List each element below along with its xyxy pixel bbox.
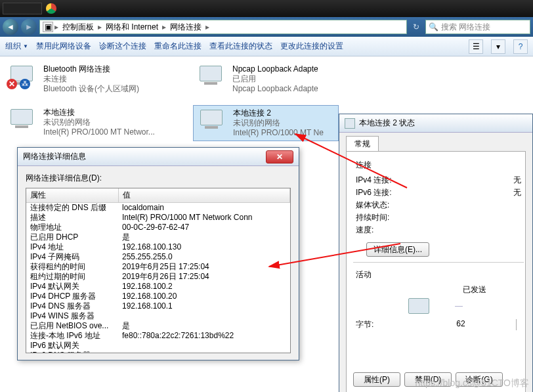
connection-local-2[interactable]: 本地连接 2 未识别的网络 Intel(R) PRO/1000 MT Ne (193, 105, 339, 141)
status-row: 媒体状态: (356, 200, 521, 211)
connections-view: ✕⁂ Bluetooth 网络连接 未连接 Bluetooth 设备(个人区域网… (0, 56, 533, 392)
section-activity: 活动 (356, 269, 521, 280)
dialog-title: 本地连接 2 状态 (359, 118, 415, 129)
status-key: IPv4 连接: (356, 175, 428, 186)
adapter-icon (345, 118, 355, 129)
value-cell: 00-0C-29-67-62-47 (118, 223, 290, 232)
organize-menu[interactable]: 组织▼ (5, 41, 28, 52)
help-icon[interactable]: ? (513, 39, 528, 54)
adapter-icon (196, 64, 227, 91)
prop-cell: IPv4 子网掩码 (26, 252, 118, 262)
rename-connection[interactable]: 重命名此连接 (154, 41, 202, 52)
value-cell: 192.168.100.20 (118, 292, 290, 301)
view-status[interactable]: 查看此连接的状态 (209, 41, 272, 52)
table-row[interactable]: 获得租约的时间2019年6月25日 17:25:04 (26, 262, 290, 272)
monitor-sent-icon (408, 298, 429, 314)
value-cell: 是 (118, 232, 290, 242)
table-row[interactable]: IPv4 DNS 服务器192.168.100.1 (26, 301, 290, 311)
col-property[interactable]: 属性 (26, 188, 118, 203)
prop-cell: IPv6 默认网关 (26, 341, 118, 351)
value-cell: 192.168.100.1 (118, 301, 290, 311)
table-row[interactable]: IPv4 DHCP 服务器192.168.100.20 (26, 292, 290, 301)
value-cell: 是 (118, 321, 290, 331)
connection-local-1[interactable]: 本地连接 未识别的网络 Intel(R) PRO/1000 MT Networ.… (4, 105, 175, 140)
view-mode-icon[interactable]: ☰ (469, 39, 483, 54)
table-row[interactable]: IPv6 DNS 服务器 (26, 351, 290, 353)
bc-control-panel[interactable]: 控制面板 (60, 22, 96, 33)
table-row[interactable]: 描述Intel(R) PRO/1000 MT Network Conn (26, 213, 290, 223)
back-button[interactable]: ◄ (3, 19, 18, 35)
close-button[interactable]: ✕ (266, 150, 293, 163)
bc-network-connections[interactable]: 网络连接 (167, 22, 204, 33)
chrome-icon (46, 3, 56, 14)
table-row[interactable]: 租约过期的时间2019年6月26日 17:25:04 (26, 272, 290, 282)
status-value (428, 200, 521, 211)
dialog-title-bar[interactable]: 本地连接 2 状态 (339, 114, 532, 133)
breadcrumb[interactable]: ▣ ▸ 控制面板 ▸ 网络和 Internet ▸ 网络连接 ▸ (39, 20, 407, 34)
table-row[interactable]: IPv4 子网掩码255.255.255.0 (26, 252, 290, 262)
value-cell: 192.168.100.130 (118, 242, 290, 252)
table-row[interactable]: IPv4 默认网关192.168.100.2 (26, 282, 290, 292)
prop-cell: 租约过期的时间 (26, 272, 118, 282)
chevron-right-icon: ▸ (205, 22, 209, 32)
value-cell: fe80::780a:22c2:7261:13bd%22 (118, 331, 290, 341)
conn-device: Intel(R) PRO/1000 MT Ne (233, 128, 335, 138)
search-input[interactable]: 🔍 搜索 网络连接 (425, 20, 530, 34)
details-grid[interactable]: 属性 值 连接特定的 DNS 后缀localdomain描述Intel(R) P… (26, 188, 291, 353)
view-dropdown-icon[interactable]: ▾ (491, 39, 505, 54)
status-key: IPv6 连接: (356, 187, 428, 198)
prop-cell: IPv4 DNS 服务器 (26, 301, 118, 311)
status-value (428, 212, 521, 223)
section-connection: 连接 (356, 160, 521, 171)
dialog-title: 网络连接详细信息 (23, 151, 266, 162)
connection-npcap[interactable]: Npcap Loopback Adapte 已启用 Npcap Loopback… (193, 62, 364, 97)
prop-cell: IPv4 默认网关 (26, 282, 118, 292)
status-key: 媒体状态: (356, 200, 428, 211)
table-row[interactable]: 物理地址00-0C-29-67-62-47 (26, 223, 290, 232)
conn-device: Npcap Loopback Adapte (232, 84, 361, 94)
connection-bluetooth[interactable]: ✕⁂ Bluetooth 网络连接 未连接 Bluetooth 设备(个人区域网… (4, 62, 175, 97)
bluetooth-icon: ⁂ (20, 79, 30, 89)
dialog-title-bar[interactable]: 网络连接详细信息 ✕ (18, 148, 299, 166)
value-cell (118, 341, 290, 351)
value-cell: 255.255.255.0 (118, 252, 290, 262)
prop-cell: 连接-本地 IPv6 地址 (26, 331, 118, 341)
table-row[interactable]: IPv6 默认网关 (26, 341, 290, 351)
prop-cell: 已启用 DHCP (26, 232, 118, 242)
value-cell (118, 311, 290, 321)
refresh-icon[interactable]: ↻ (410, 22, 423, 32)
conn-name: 本地连接 (43, 108, 172, 118)
status-value: 无 (428, 187, 521, 198)
details-button[interactable]: 详细信息(E)... (366, 242, 429, 257)
value-cell (118, 351, 290, 353)
change-settings[interactable]: 更改此连接的设置 (280, 41, 343, 52)
diagnose-connection[interactable]: 诊断这个连接 (99, 41, 146, 52)
conn-name: 本地连接 2 (233, 108, 335, 118)
conn-device: Intel(R) PRO/1000 MT Networ... (43, 127, 172, 137)
disable-device[interactable]: 禁用此网络设备 (36, 41, 91, 52)
prop-cell: 已启用 NetBIOS ove... (26, 321, 118, 331)
chevron-right-icon: ▸ (54, 22, 58, 32)
table-row[interactable]: IPv4 地址192.168.100.130 (26, 242, 290, 252)
forward-button[interactable]: ► (21, 19, 37, 35)
bc-network-internet[interactable]: 网络和 Internet (103, 22, 161, 33)
prop-cell: IPv6 DNS 服务器 (26, 351, 118, 353)
adapter-icon (7, 108, 38, 134)
table-row[interactable]: 已启用 DHCP是 (26, 232, 290, 242)
table-row[interactable]: 连接特定的 DNS 后缀localdomain (26, 203, 290, 213)
value-cell: localdomain (118, 203, 290, 213)
value-cell: 2019年6月26日 17:25:04 (118, 272, 290, 282)
properties-button[interactable]: 属性(P) (353, 372, 400, 387)
chevron-right-icon: ▸ (162, 22, 166, 32)
table-row[interactable]: IPv4 WINS 服务器 (26, 311, 290, 321)
conn-name: Npcap Loopback Adapte (232, 64, 361, 74)
col-value[interactable]: 值 (118, 188, 290, 203)
table-row[interactable]: 已启用 NetBIOS ove...是 (26, 321, 290, 331)
prop-cell: IPv4 DHCP 服务器 (26, 292, 118, 301)
table-row[interactable]: 连接-本地 IPv6 地址fe80::780a:22c2:7261:13bd%2… (26, 331, 290, 341)
tab-general[interactable]: 常规 (346, 136, 379, 152)
command-bar: 组织▼ 禁用此网络设备 诊断这个连接 重命名此连接 查看此连接的状态 更改此连接… (0, 37, 533, 56)
search-placeholder: 搜索 网络连接 (441, 22, 490, 33)
conn-device: Bluetooth 设备(个人区域网) (43, 84, 172, 94)
tab-page-general: 连接 IPv4 连接:无IPv6 连接:无媒体状态:持续时间:速度: 详细信息(… (346, 151, 526, 392)
